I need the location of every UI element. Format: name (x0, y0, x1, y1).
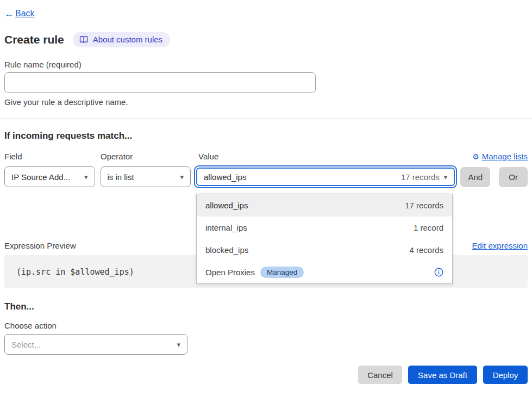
operator-select[interactable]: is in list ▾ (101, 166, 191, 187)
value-select[interactable]: allowed_ips 17 records ▾ (196, 168, 455, 186)
list-item-blocked-ips[interactable]: blocked_ips 4 records (197, 239, 452, 261)
chevron-down-icon: ▾ (84, 173, 88, 181)
cancel-button[interactable]: Cancel (358, 366, 402, 384)
book-icon (79, 36, 88, 44)
chevron-down-icon: ▾ (444, 173, 448, 181)
info-icon[interactable] (434, 268, 443, 277)
action-select[interactable]: Select... ▾ (4, 334, 187, 355)
value-label: Value (198, 152, 472, 161)
list-item-open-proxies[interactable]: Open Proxies Managed (197, 261, 452, 283)
value-record-count: 17 records (401, 172, 440, 182)
operator-select-value: is in list (108, 172, 134, 182)
back-link[interactable]: ← Back (4, 9, 35, 18)
chevron-down-icon: ▾ (177, 341, 180, 349)
list-item-internal-ips[interactable]: internal_ips 1 record (197, 217, 452, 239)
field-label: Field (4, 152, 101, 161)
footer-actions: Cancel Save as Draft Deploy (4, 366, 528, 384)
or-button[interactable]: Or (499, 167, 528, 187)
back-arrow-icon: ← (4, 9, 14, 18)
and-button[interactable]: And (460, 167, 490, 187)
back-link-label: Back (15, 9, 35, 18)
rule-name-input[interactable] (4, 72, 316, 93)
create-rule-page: ← Back Create rule About custom rules Ru… (0, 0, 532, 384)
rule-name-label: Rule name (required) (4, 60, 528, 69)
match-section-heading: If incoming requests match... (4, 131, 528, 141)
managed-badge: Managed (260, 267, 304, 278)
chevron-down-icon: ▾ (180, 173, 184, 181)
section-divider (0, 119, 532, 119)
list-item-allowed-ips[interactable]: allowed_ips 17 records (197, 194, 452, 217)
deploy-button[interactable]: Deploy (483, 366, 528, 384)
edit-expression-link[interactable]: Edit expression (472, 241, 528, 250)
value-select-focus-ring: allowed_ips 17 records ▾ (194, 165, 457, 188)
condition-row: IP Source Add... ▾ is in list ▾ allowed_… (4, 165, 528, 188)
operator-label: Operator (101, 152, 198, 161)
page-title: Create rule (4, 33, 64, 46)
about-custom-rules-label: About custom rules (93, 35, 162, 44)
rule-name-help: Give your rule a descriptive name. (4, 97, 528, 107)
expression-code: (ip.src in $allowed_ips) (16, 267, 134, 277)
action-select-placeholder: Select... (11, 340, 41, 349)
choose-action-label: Choose action (4, 321, 528, 330)
page-header: Create rule About custom rules (4, 32, 528, 47)
value-select-value: allowed_ips (204, 172, 246, 182)
gear-icon: ⚙ (472, 153, 479, 160)
then-section-heading: Then... (4, 301, 528, 312)
manage-lists-label: Manage lists (482, 152, 528, 161)
list-dropdown: allowed_ips 17 records internal_ips 1 re… (196, 194, 453, 284)
condition-labels-row: Field Operator Value ⚙ Manage lists (4, 152, 528, 161)
manage-lists-link[interactable]: ⚙ Manage lists (472, 152, 528, 161)
field-select-value: IP Source Add... (11, 172, 70, 182)
expression-preview-label: Expression Preview (4, 241, 76, 250)
about-custom-rules-link[interactable]: About custom rules (73, 32, 170, 47)
value-select-wrap: allowed_ips 17 records ▾ allowed_ips 17 … (194, 165, 457, 188)
save-as-draft-button[interactable]: Save as Draft (408, 366, 477, 384)
field-select[interactable]: IP Source Add... ▾ (4, 166, 95, 187)
